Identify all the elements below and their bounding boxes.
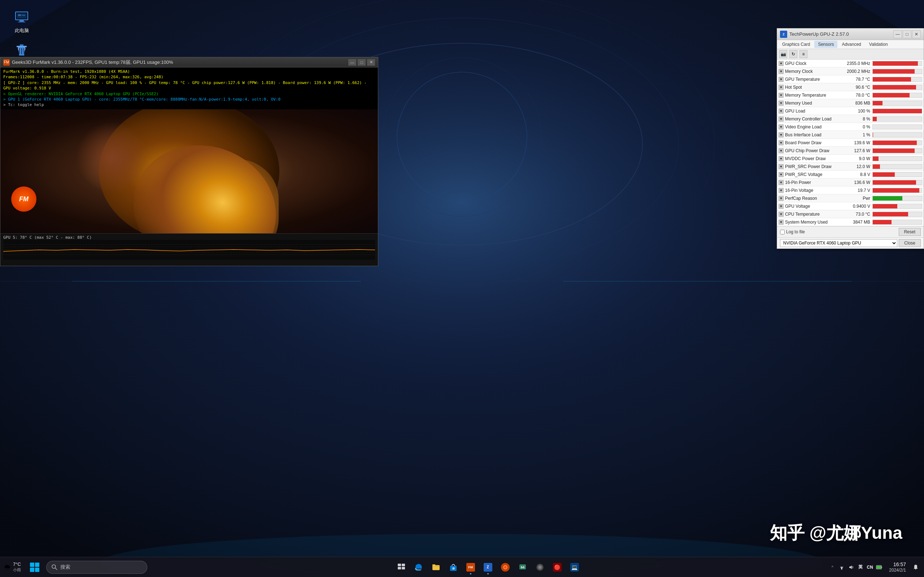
furmark-info-line4: > OpenGL renderer: NVIDIA GeForce RTX 40… [3, 91, 375, 97]
svg-rect-17 [18, 22, 25, 23]
tray-battery[interactable] [875, 563, 883, 571]
tray-volume[interactable] [847, 563, 855, 571]
gpuz-refresh-button[interactable]: ↻ [789, 50, 797, 58]
furmark-titlebar[interactable]: FM Geeks3D FurMark v1.36.0.0 - 232FPS, G… [0, 57, 378, 68]
sensor-row: ▼Memory Temperature78.0 °C [777, 91, 924, 99]
taskbar-app-edge[interactable] [411, 559, 426, 575]
furmark-taskbar-icon: FM [465, 562, 476, 572]
sensor-expand-button[interactable]: ▼ [779, 172, 783, 177]
sensor-expand-button[interactable]: ▼ [779, 77, 783, 82]
furmark-info-line2: Frames:112008 - time:00:07:38 - FPS:232 … [3, 74, 375, 80]
gpuz-app-icon: Z [780, 31, 787, 38]
sensor-row: ▼Bus Interface Load1 % [777, 131, 924, 139]
desktop-icon-this-pc[interactable]: 此电脑 [7, 7, 36, 35]
sensor-expand-button[interactable]: ▼ [779, 164, 783, 169]
tray-notification[interactable] [912, 563, 920, 571]
taskbar-weather[interactable]: 🌧 7°C 小雨 [0, 559, 24, 575]
svg-rect-16 [19, 20, 24, 22]
edge-icon [414, 562, 424, 572]
sensor-expand-button[interactable]: ▼ [779, 220, 783, 225]
taskbar-clock[interactable]: 16:57 2024/2/1 [886, 561, 909, 574]
gpuz-menu-validation[interactable]: Validation [866, 41, 892, 48]
gpuz-minimize-button[interactable]: — [893, 30, 902, 38]
taskbar-apps: ⊞ FM Z [147, 559, 828, 575]
furmark-minimize-button[interactable]: — [348, 59, 356, 66]
sensor-expand-button[interactable]: ▼ [779, 69, 783, 74]
gpuz-maximize-button[interactable]: □ [903, 30, 911, 38]
sensor-bar-container [872, 85, 922, 90]
sensor-name: ▼Video Engine Load [779, 124, 843, 129]
sensor-expand-button[interactable]: ▼ [779, 148, 783, 153]
gpuz-gpu-select[interactable]: NVIDIA GeForce RTX 4060 Laptop GPU [780, 239, 897, 247]
sensor-row: ▼GPU Chip Power Draw127.6 W [777, 147, 924, 155]
gpuz-camera-button[interactable]: 📷 [779, 50, 787, 58]
tray-chevron[interactable]: ^ [828, 563, 836, 571]
sensor-expand-button[interactable]: ▼ [779, 124, 783, 129]
sensor-expand-button[interactable]: ▼ [779, 101, 783, 106]
gpuz-gpu-selector: NVIDIA GeForce RTX 4060 Laptop GPU Close [777, 237, 924, 248]
sensor-expand-button[interactable]: ▼ [779, 180, 783, 185]
taskbar-app-gpuz[interactable]: Z [480, 559, 496, 575]
taskbar-search-bar[interactable]: 搜索 [46, 561, 147, 574]
sensor-expand-button[interactable]: ▼ [779, 85, 783, 90]
tray-network[interactable] [838, 563, 846, 571]
taskbar-app-misc1[interactable] [498, 559, 513, 575]
furmark-close-button[interactable]: ✕ [367, 59, 375, 66]
sensor-expand-button[interactable]: ▼ [779, 140, 783, 145]
sensor-bar [873, 188, 919, 193]
sensor-expand-button[interactable]: ▼ [779, 188, 783, 193]
gpuz-menu-sensors[interactable]: Sensors [814, 41, 837, 48]
taskbar-app-explorer[interactable] [428, 559, 444, 575]
sensor-bar-container [872, 212, 922, 217]
furmark-info-text: FurMark v1.36.0.0 - Burn-in test, 1920x1… [3, 69, 375, 108]
furmark-info-line3: [ GPU-Z ] core: 2355 MHz - mem: 2000 MHz… [3, 80, 375, 91]
taskbar-start-button[interactable] [24, 557, 45, 577]
tray-cn[interactable]: CN [866, 563, 874, 571]
sensor-expand-button[interactable]: ▼ [779, 108, 783, 114]
sensor-expand-button[interactable]: ▼ [779, 204, 783, 209]
gpuz-menu-graphics-card[interactable]: Graphics Card [779, 41, 814, 48]
svg-rect-20 [18, 15, 21, 16]
taskbar-app-taskview[interactable] [393, 559, 409, 575]
gpuz-close-bottom-button[interactable]: Close [899, 239, 921, 247]
sensor-row: ▼Memory Clock2000.2 MHz [777, 68, 924, 76]
sensor-name-text: Hot Spot [785, 85, 802, 90]
gpuz-reset-button[interactable]: Reset [899, 228, 921, 236]
taskbar-app-misc2[interactable]: 64 [515, 559, 531, 575]
taskbar-app-furmark[interactable]: FM [463, 559, 478, 575]
sensor-expand-button[interactable]: ▼ [779, 212, 783, 217]
sensor-expand-button[interactable]: ▼ [779, 61, 783, 66]
sensor-expand-button[interactable]: ▼ [779, 93, 783, 98]
sensor-bar-container [872, 140, 922, 145]
gpuz-menu-button[interactable]: ≡ [800, 50, 808, 58]
furmark-swirl4 [76, 121, 148, 193]
taskview-icon [396, 562, 406, 572]
gpuz-menu-advanced[interactable]: Advanced [838, 41, 864, 48]
gpuz-titlebar[interactable]: Z TechPowerUp GPU-Z 2.57.0 — □ ✕ [777, 29, 924, 40]
taskbar-app-misc3[interactable] [532, 559, 548, 575]
taskbar-app-misc4[interactable]: 🔴 [549, 559, 565, 575]
sensor-expand-button[interactable]: ▼ [779, 116, 783, 121]
taskbar-app-misc5[interactable]: 💻 [567, 559, 583, 575]
taskbar-app-store[interactable]: ⊞ [446, 559, 461, 575]
sensor-expand-button[interactable]: ▼ [779, 156, 783, 161]
tray-input-method[interactable]: 英 [856, 563, 864, 571]
furmark-maximize-button[interactable]: □ [358, 59, 366, 66]
gpuz-sensors-list[interactable]: ▼GPU Clock2355.0 MHz▼Memory Clock2000.2 … [777, 60, 924, 226]
sensor-bar-container [872, 196, 922, 201]
sensor-row: ▼Memory Controller Load8 % [777, 115, 924, 123]
gpuz-log-checkbox-label[interactable]: Log to file [780, 229, 805, 234]
sensor-row: ▼MVDDC Power Draw9.0 W [777, 155, 924, 163]
gpuz-log-checkbox[interactable] [780, 230, 785, 234]
sensor-bar [873, 61, 918, 66]
sensor-value: 0 % [843, 124, 872, 129]
sensor-bar-container [872, 172, 922, 177]
sensor-expand-button[interactable]: ▼ [779, 196, 783, 201]
sensor-bar [873, 93, 909, 97]
svg-rect-53 [881, 567, 882, 568]
sensor-name-text: GPU Chip Power Draw [785, 148, 829, 153]
store-icon: ⊞ [448, 562, 459, 572]
gpuz-close-button[interactable]: ✕ [912, 30, 921, 38]
sensor-expand-button[interactable]: ▼ [779, 132, 783, 137]
furmark-info-line1: FurMark v1.36.0.0 - Burn-in test, 1920x1… [3, 69, 375, 74]
